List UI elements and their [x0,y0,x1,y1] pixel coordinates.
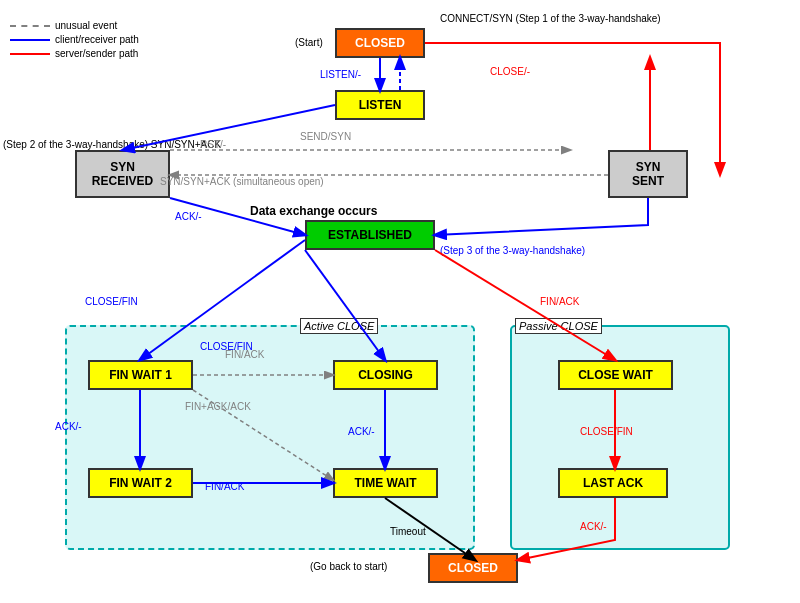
active-close-region [65,325,475,550]
svg-text:(Step 2 of the 3-way-handshake: (Step 2 of the 3-way-handshake) SYN/SYN+… [3,139,221,150]
state-closing: CLOSING [333,360,438,390]
svg-text:(Step 3 of the 3-way-handshake: (Step 3 of the 3-way-handshake) [440,245,585,256]
svg-text:Data exchange occurs: Data exchange occurs [250,204,378,218]
state-closed-bottom: CLOSED [428,553,518,583]
state-fin-wait-1: FIN WAIT 1 [88,360,193,390]
svg-text:(Go back to start): (Go back to start) [310,561,387,572]
svg-text:CLOSE/FIN: CLOSE/FIN [85,296,138,307]
state-last-ack: LAST ACK [558,468,668,498]
legend-client: client/receiver path [55,34,139,45]
legend-unusual: unusual event [55,20,117,31]
svg-text:FIN/ACK: FIN/ACK [540,296,580,307]
tcp-state-diagram: unusual event client/receiver path serve… [0,0,800,603]
state-syn-sent: SYNSENT [608,150,688,198]
passive-close-label: Passive CLOSE [515,318,602,334]
legend: unusual event client/receiver path serve… [10,20,139,62]
state-close-wait: CLOSE WAIT [558,360,673,390]
svg-text:SYN/SYN+ACK (simultaneous open: SYN/SYN+ACK (simultaneous open) [160,176,324,187]
state-listen: LISTEN [335,90,425,120]
state-closed-top: CLOSED [335,28,425,58]
legend-server: server/sender path [55,48,138,59]
active-close-label: Active CLOSE [300,318,378,334]
svg-text:ACK/-: ACK/- [175,211,202,222]
state-fin-wait-2: FIN WAIT 2 [88,468,193,498]
svg-text:CLOSE/-: CLOSE/- [490,66,530,77]
svg-text:CONNECT/SYN (Step 1 of the 3-w: CONNECT/SYN (Step 1 of the 3-way-handsha… [440,13,661,24]
svg-text:(Start): (Start) [295,37,323,48]
state-syn-received: SYNRECEIVED [75,150,170,198]
state-established: ESTABLISHED [305,220,435,250]
state-time-wait: TIME WAIT [333,468,438,498]
passive-close-region [510,325,730,550]
svg-text:LISTEN/-: LISTEN/- [320,69,361,80]
svg-text:RST/-: RST/- [200,139,226,150]
svg-text:SEND/SYN: SEND/SYN [300,131,351,142]
